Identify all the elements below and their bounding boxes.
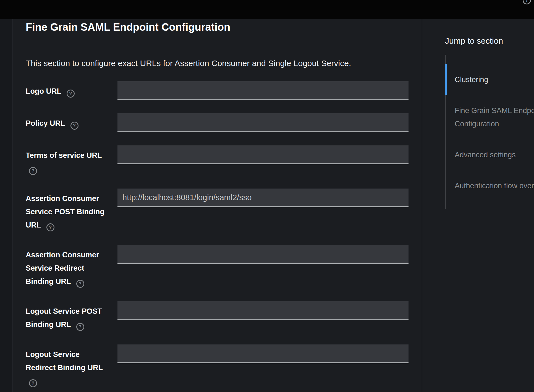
field-label: Logo URL ? — [26, 81, 110, 98]
section-description: This section to configure exact URLs for… — [26, 58, 409, 69]
field-label: Logout Service Redirect Binding URL ? — [26, 344, 110, 388]
question-mark-glyph: ? — [73, 123, 76, 128]
help-icon[interactable]: ? — [76, 323, 84, 331]
help-icon[interactable]: ? — [523, 0, 531, 4]
acs-post-binding-url-input[interactable] — [117, 189, 409, 207]
question-mark-glyph: ? — [79, 325, 82, 329]
help-icon[interactable]: ? — [29, 379, 37, 387]
field-label-text: Terms of service URL — [26, 151, 102, 160]
field-label-text: Logo URL — [26, 87, 61, 95]
acs-redirect-binding-url-input[interactable] — [117, 245, 409, 264]
field-label: Assertion Consumer Service POST Binding … — [26, 189, 110, 232]
jump-links-list: Clustering Fine Grain SAML Endpoint Conf… — [445, 55, 534, 209]
left-sidebar-edge — [0, 19, 12, 392]
policy-url-input[interactable] — [117, 113, 409, 132]
help-icon[interactable]: ? — [67, 90, 75, 98]
field-input-col — [117, 81, 409, 100]
field-input-col — [117, 189, 409, 207]
help-icon[interactable]: ? — [70, 122, 78, 130]
help-icon[interactable]: ? — [46, 223, 54, 231]
form-group-policy-url: Policy URL ? — [26, 113, 409, 132]
help-icon[interactable]: ? — [76, 280, 84, 288]
field-input-col — [117, 113, 409, 132]
question-mark-glyph: ? — [32, 381, 34, 386]
logout-post-binding-url-input[interactable] — [117, 301, 409, 320]
jump-link-authentication-flow-overrides[interactable]: Authentication flow overrides — [446, 170, 534, 201]
terms-of-service-url-input[interactable] — [117, 145, 409, 164]
form-group-logout-redirect-binding-url: Logout Service Redirect Binding URL ? — [26, 344, 409, 388]
section-title: Fine Grain SAML Endpoint Configuration — [26, 20, 409, 34]
field-label: Policy URL ? — [26, 113, 110, 130]
field-input-col — [117, 145, 409, 164]
jump-link-advanced-settings[interactable]: Advanced settings — [446, 139, 534, 170]
form-group-terms-of-service-url: Terms of service URL ? — [26, 145, 409, 175]
field-label: Assertion Consumer Service Redirect Bind… — [26, 245, 110, 288]
jump-to-section-sidebar: Jump to section Clustering Fine Grain SA… — [423, 19, 534, 392]
field-label: Logout Service POST Binding URL ? — [26, 301, 110, 331]
saml-endpoint-form: Logo URL ? Policy URL ? Terms of service… — [26, 81, 409, 388]
masthead: ? — [0, 0, 534, 19]
form-group-acs-redirect-binding-url: Assertion Consumer Service Redirect Bind… — [26, 245, 409, 288]
form-group-acs-post-binding-url: Assertion Consumer Service POST Binding … — [26, 189, 409, 232]
field-label: Terms of service URL ? — [26, 145, 110, 175]
form-group-logout-post-binding-url: Logout Service POST Binding URL ? — [26, 301, 409, 331]
logout-redirect-binding-url-input[interactable] — [117, 344, 409, 363]
question-mark-glyph: ? — [49, 225, 52, 230]
jump-to-section-heading: Jump to section — [445, 35, 534, 46]
field-label-text: Logout Service Redirect Binding URL — [26, 350, 103, 372]
question-mark-glyph: ? — [525, 0, 528, 3]
logo-url-input[interactable] — [117, 81, 409, 100]
field-label-text: Logout Service POST Binding URL — [26, 307, 102, 329]
jump-link-fine-grain-saml-endpoint-configuration[interactable]: Fine Grain SAML Endpoint Configuration — [446, 95, 534, 139]
form-group-logo-url: Logo URL ? — [26, 81, 409, 100]
field-label-text: Policy URL — [26, 119, 65, 127]
field-label-text: Assertion Consumer Service POST Binding … — [26, 194, 104, 229]
field-input-col — [117, 245, 409, 264]
field-input-col — [117, 344, 409, 363]
question-mark-glyph: ? — [69, 91, 72, 96]
question-mark-glyph: ? — [79, 281, 82, 286]
help-icon[interactable]: ? — [29, 167, 37, 175]
field-input-col — [117, 301, 409, 320]
question-mark-glyph: ? — [32, 169, 34, 173]
jump-link-clustering[interactable]: Clustering — [446, 64, 534, 95]
field-label-text: Assertion Consumer Service Redirect Bind… — [26, 251, 99, 286]
settings-panel: Fine Grain SAML Endpoint Configuration T… — [13, 19, 422, 392]
